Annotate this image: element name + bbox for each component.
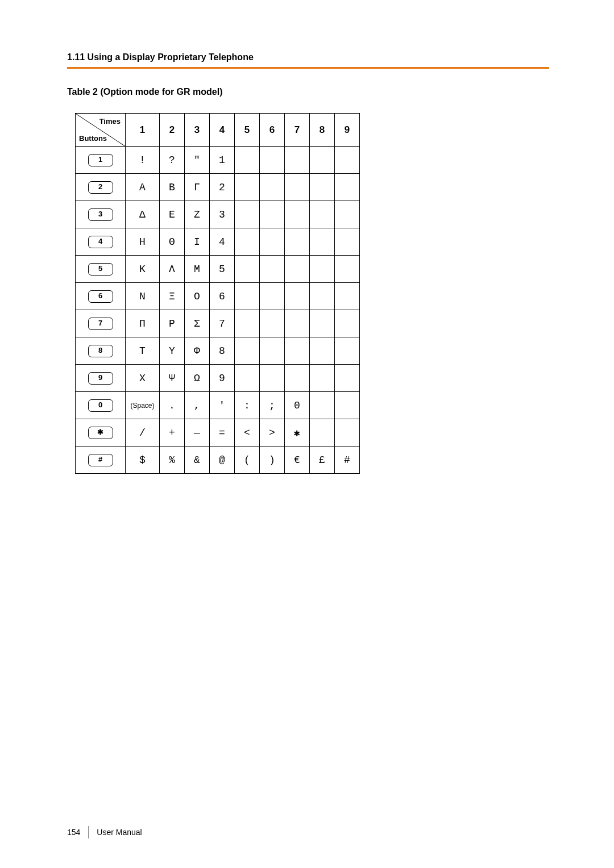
corner-buttons-label: Buttons: [79, 134, 107, 143]
table-cell: Ο: [185, 283, 210, 310]
row-header: 5: [76, 256, 126, 283]
table-cell: Π: [126, 310, 160, 337]
table-cell: Ξ: [160, 283, 185, 310]
character-entry-table: Times Buttons 1 2 3 4 5 6 7 8 9 1!?"12ΑΒ…: [75, 113, 360, 474]
table-cell: £: [310, 446, 335, 474]
table-cell: [235, 201, 260, 228]
table-cell: 3: [210, 201, 235, 228]
table-cell: [310, 337, 335, 365]
table-cell: [235, 256, 260, 283]
row-header: 2: [76, 174, 126, 201]
table-cell: Β: [160, 174, 185, 201]
row-header: 7: [76, 310, 126, 337]
table-cell: [235, 283, 260, 310]
column-header: 2: [160, 114, 185, 147]
row-header: 1: [76, 147, 126, 174]
table-cell: [235, 228, 260, 256]
keypad-button-icon: #: [88, 454, 113, 466]
table-cell: [285, 174, 310, 201]
table-row: 1!?"1: [76, 147, 360, 174]
table-cell: Λ: [160, 256, 185, 283]
table-cell: [310, 147, 335, 174]
table-cell: [235, 174, 260, 201]
table-cell: [285, 256, 310, 283]
table-cell: [235, 310, 260, 337]
table-cell: (Space): [126, 392, 160, 419]
table-cell: 5: [210, 256, 235, 283]
table-cell: [285, 201, 310, 228]
keypad-button-icon: 8: [88, 345, 113, 357]
table-cell: Υ: [160, 337, 185, 365]
table-cell: Κ: [126, 256, 160, 283]
table-cell: [260, 337, 285, 365]
table-cell: $: [126, 446, 160, 474]
table-cell: [285, 337, 310, 365]
table-cell: Θ: [160, 228, 185, 256]
table-corner-cell: Times Buttons: [76, 114, 126, 147]
table-cell: [335, 201, 360, 228]
table-cell: 1: [210, 147, 235, 174]
table-cell: .: [160, 392, 185, 419]
table-cell: ,: [185, 392, 210, 419]
table-row: 6ΝΞΟ6: [76, 283, 360, 310]
table-title: Table 2 (Option mode for GR model): [67, 87, 551, 97]
page-number: 154: [67, 828, 80, 837]
table-cell: [335, 310, 360, 337]
row-header: 8: [76, 337, 126, 365]
column-header: 9: [335, 114, 360, 147]
column-header: 8: [310, 114, 335, 147]
keypad-button-icon: 0: [88, 399, 113, 412]
table-cell: [235, 147, 260, 174]
table-cell: 4: [210, 228, 235, 256]
table-cell: 0: [285, 392, 310, 419]
table-cell: [260, 310, 285, 337]
table-cell: Α: [126, 174, 160, 201]
table-cell: [310, 310, 335, 337]
table-cell: [335, 283, 360, 310]
section-title: 1.11 Using a Display Proprietary Telepho…: [67, 52, 551, 62]
table-cell: [335, 228, 360, 256]
table-cell: ?: [160, 147, 185, 174]
table-cell: Ζ: [185, 201, 210, 228]
table-row: 5ΚΛΜ5: [76, 256, 360, 283]
table-cell: Σ: [185, 310, 210, 337]
table-cell: [285, 310, 310, 337]
table-cell: Η: [126, 228, 160, 256]
table-cell: :: [235, 392, 260, 419]
doc-label: User Manual: [97, 828, 142, 837]
table-cell: [260, 283, 285, 310]
table-cell: !: [126, 147, 160, 174]
table-row: 8ΤΥΦ8: [76, 337, 360, 365]
table-cell: [310, 174, 335, 201]
keypad-button-icon: 4: [88, 236, 113, 248]
table-cell: /: [126, 419, 160, 446]
table-cell: €: [285, 446, 310, 474]
table-cell: 8: [210, 337, 235, 365]
keypad-button-icon: 6: [88, 290, 113, 303]
table-cell: (: [235, 446, 260, 474]
keypad-button-icon: 1: [88, 154, 113, 166]
table-cell: [235, 337, 260, 365]
table-cell: Γ: [185, 174, 210, 201]
table-cell: ": [185, 147, 210, 174]
table-cell: [310, 392, 335, 419]
row-header: 0: [76, 392, 126, 419]
keypad-button-icon: 7: [88, 318, 113, 330]
table-cell: ': [210, 392, 235, 419]
table-cell: Δ: [126, 201, 160, 228]
column-header: 1: [126, 114, 160, 147]
table-cell: &: [185, 446, 210, 474]
column-header: 3: [185, 114, 210, 147]
row-header: ✱: [76, 419, 126, 446]
table-cell: 2: [210, 174, 235, 201]
table-cell: Ε: [160, 201, 185, 228]
table-row: 9ΧΨΩ9: [76, 365, 360, 392]
table-cell: %: [160, 446, 185, 474]
table-cell: ;: [260, 392, 285, 419]
table-row: 0(Space).,':;0: [76, 392, 360, 419]
table-cell: [285, 147, 310, 174]
table-cell: Ρ: [160, 310, 185, 337]
table-cell: [285, 228, 310, 256]
keypad-button-icon: 9: [88, 372, 113, 385]
table-row: ✱/+—=<>✱: [76, 419, 360, 446]
